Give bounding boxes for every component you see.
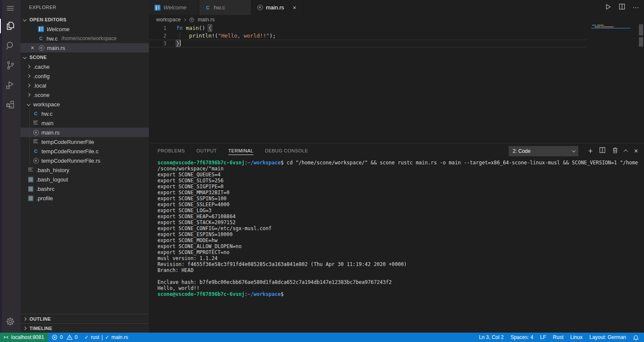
open-editor-hwc[interactable]: C hw.c /home/scone/workspace — [20, 34, 149, 43]
tab-terminal-active[interactable]: TERMINAL — [228, 147, 254, 155]
tab-output[interactable]: OUTPUT — [196, 147, 217, 155]
outline-header[interactable]: OUTLINE — [20, 314, 149, 323]
tree-file-tempcoderunnerfile-c[interactable]: C tempCodeRunnerFile.c — [20, 146, 149, 156]
kill-terminal-trash-icon[interactable] — [612, 147, 618, 155]
tab-mainrs-active[interactable]: R main.rs × — [251, 0, 303, 15]
close-icon[interactable]: × — [291, 4, 298, 11]
c-file-icon: C — [38, 35, 44, 42]
tree-folder-config[interactable]: .config — [20, 71, 149, 81]
tab-welcome[interactable]: Welcome — [149, 0, 199, 15]
tree-file-tempcoderunnerfile-rs[interactable]: R tempCodeRunnerFile.rs — [20, 156, 149, 165]
tree-folder-cache[interactable]: .cache — [20, 62, 149, 71]
tree-file-bash-logout[interactable]: .bash_logout — [20, 175, 149, 184]
menu-icon[interactable] — [0, 0, 20, 16]
check-icon: ✓ — [85, 334, 89, 340]
line-number[interactable]: 3 — [149, 40, 166, 47]
run-debug-icon[interactable] — [0, 75, 20, 95]
breadcrumb-file[interactable]: main.rs — [198, 17, 214, 23]
rust-file-icon: R — [256, 4, 263, 11]
rust-file-icon: R — [32, 157, 39, 164]
status-bar: localhost:8081 0 0 ✓ rust | ✓ main.rs Ln… — [0, 333, 644, 342]
line-number[interactable]: 1 — [149, 24, 166, 32]
chevron-down-icon — [23, 56, 26, 59]
new-terminal-icon[interactable]: + — [588, 147, 593, 155]
terminal-selector-dropdown[interactable]: 2: Code — [509, 146, 578, 156]
terminal-line: export SCONE_MODE=hw — [157, 237, 644, 243]
folder-header-scone[interactable]: SCONE — [20, 53, 149, 62]
split-editor-icon[interactable] — [619, 3, 625, 12]
close-panel-icon[interactable]: × — [634, 148, 638, 155]
tree-file-hwc[interactable]: C hw.c — [20, 109, 149, 118]
tree-file-main[interactable]: main — [20, 118, 149, 128]
more-actions-icon[interactable]: ⋯ — [632, 4, 639, 12]
settings-gear-icon[interactable] — [0, 310, 20, 333]
maximize-panel-icon[interactable] — [624, 149, 628, 154]
breadcrumb-folder[interactable]: workspace — [156, 17, 181, 23]
run-file-icon[interactable] — [605, 3, 612, 12]
extensions-icon[interactable] — [0, 95, 20, 114]
terminal-line: export SCONE_SSPINS=100 — [157, 196, 644, 202]
code-lines: 1 fn main() { 2 println!("Hello, world!!… — [149, 24, 587, 47]
search-icon[interactable] — [0, 36, 20, 56]
terminal-line: export SCONE_QUEUES=4 — [157, 172, 644, 178]
os-indicator[interactable]: Linux — [567, 333, 586, 342]
text-file-icon — [32, 138, 39, 145]
open-editors-header[interactable]: OPEN EDITORS — [20, 15, 149, 24]
indent-guide — [180, 32, 180, 40]
task-status[interactable]: ✓ rust | ✓ main.rs — [81, 333, 132, 342]
editor-actions: ⋯ — [605, 0, 639, 15]
tree-file-mainrs[interactable]: R main.rs — [20, 128, 149, 137]
open-editor-welcome[interactable]: Welcome — [20, 24, 149, 34]
explorer-icon[interactable] — [0, 16, 20, 36]
warning-icon — [67, 334, 73, 340]
tree-folder-scone[interactable]: .scone — [20, 90, 149, 99]
minimap[interactable] — [591, 24, 638, 143]
terminal-line: Enclave hash: b7fe9bc00ecbb676ae580d1fa8… — [157, 279, 644, 285]
text-file-icon — [27, 167, 34, 173]
chevron-right-icon — [23, 326, 26, 330]
close-icon[interactable]: × — [29, 44, 36, 51]
indentation[interactable]: Spaces: 4 — [507, 333, 536, 342]
tree-file-bash-history[interactable]: .bash_history — [20, 165, 149, 175]
c-file-icon: C — [32, 148, 39, 155]
remote-port-indicator[interactable]: localhost:8081 — [0, 333, 48, 342]
vscode-window: EXPLORER OPEN EDITORS Welcome C hw.c /ho… — [0, 0, 644, 333]
scrollbar-thumb[interactable] — [639, 37, 643, 47]
tree-file-bashrc[interactable]: .bashrc — [20, 184, 149, 193]
source-control-icon[interactable] — [0, 56, 20, 75]
sidebar-title: EXPLORER — [20, 0, 149, 15]
minimap-current-line — [591, 28, 630, 29]
code-editor[interactable]: 1 fn main() { 2 println!("Hello, world!!… — [149, 24, 644, 143]
terminal-line: export SCONE_SIGPIPE=0 — [157, 184, 644, 190]
rust-file-icon: R — [38, 44, 45, 51]
cursor-position[interactable]: Ln 3, Col 2 — [475, 333, 507, 342]
code-line-1: 1 fn main() { — [149, 24, 587, 32]
file-path: /home/scone/workspace — [61, 35, 117, 41]
problems-indicator[interactable]: 0 0 — [48, 333, 81, 342]
open-editor-mainrs[interactable]: × R main.rs — [20, 43, 149, 53]
terminal-output[interactable]: scone@vscode-7f67896b7c-6vsnj:~/workspac… — [149, 158, 644, 333]
scrollbar-thumb[interactable] — [639, 24, 643, 35]
timeline-header[interactable]: TIMELINE — [20, 323, 149, 333]
tree-folder-workspace[interactable]: workspace — [20, 99, 149, 109]
keyboard-layout[interactable]: Layout: German — [586, 333, 629, 342]
check-icon: ✓ — [105, 334, 109, 340]
tree-folder-local[interactable]: .local — [20, 81, 149, 90]
text-cursor — [180, 40, 181, 46]
error-icon — [52, 334, 58, 340]
notifications-bell-icon[interactable] — [629, 333, 644, 342]
language-mode[interactable]: Rust — [550, 333, 567, 342]
terminal-line: export SCONE_LOG=3 — [157, 208, 644, 213]
tab-debug-console[interactable]: DEBUG CONSOLE — [265, 147, 308, 155]
tree-file-profile[interactable]: .profile — [20, 193, 149, 203]
bottom-panel: PROBLEMS OUTPUT TERMINAL DEBUG CONSOLE 2… — [149, 143, 644, 333]
line-number[interactable]: 2 — [149, 32, 166, 40]
terminal-line: Hello, world!! — [157, 285, 644, 291]
tree-file-tempcoderunnerfile[interactable]: tempCodeRunnerFile — [20, 137, 149, 146]
editor-scrollbar[interactable] — [638, 24, 644, 143]
split-terminal-icon[interactable] — [599, 147, 606, 155]
eol-sequence[interactable]: LF — [537, 333, 550, 342]
code-line-3-current: 3 } — [149, 40, 587, 47]
tab-problems[interactable]: PROBLEMS — [157, 147, 185, 155]
tab-hwc[interactable]: C hw.c — [199, 0, 251, 15]
